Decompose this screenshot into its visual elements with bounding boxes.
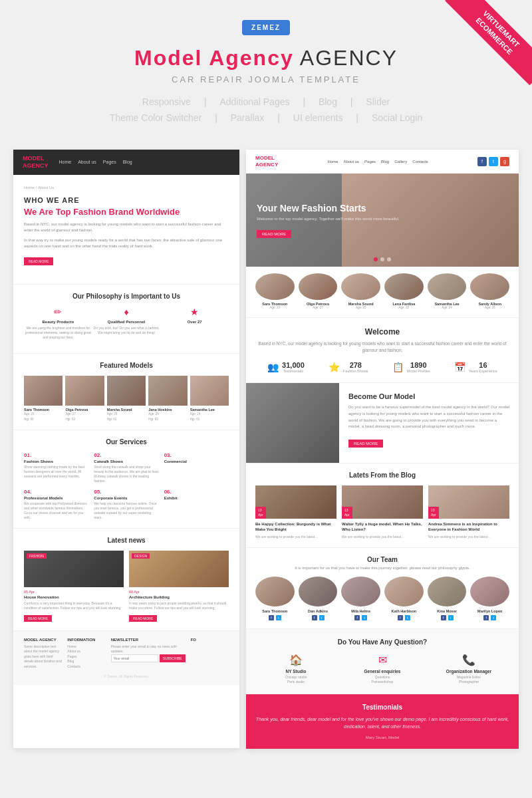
q-text-enquiries: QuestionsParisworkshop [342, 675, 423, 684]
model-info-1: Age: 23Hgt: 60 [24, 412, 63, 421]
right-nav-pages: Pages [364, 160, 376, 164]
news-headline-1: House Renovation [24, 595, 124, 599]
team-fb-5[interactable]: f [441, 615, 446, 620]
hero-dot-1[interactable] [374, 257, 378, 261]
team-fb-4[interactable]: f [398, 615, 403, 620]
blog-date-2: 13 Apr [342, 507, 352, 519]
become-read-more-button[interactable]: READ MORE [348, 440, 383, 448]
model-info-3: Age: 25Hgt: 61 [107, 412, 146, 421]
stats-row: 👥 31,000 Testimonials ⭐ 278 Fashion Show… [255, 361, 509, 373]
right-hero: Your New Fashion Starts Welcome to the t… [246, 174, 519, 267]
team-fb-6[interactable]: f [483, 615, 489, 620]
team-fb-1[interactable]: f [269, 615, 274, 620]
left-models-section: Featured Models Sara Thomson Age: 23Hgt:… [13, 353, 239, 429]
news-read-more-1[interactable]: READ MORE [24, 615, 52, 622]
team-name-4: Kath Harbison [384, 609, 424, 613]
team-tw-1[interactable]: t [276, 615, 281, 620]
right-nav-logo: MODEL AGENCY [255, 155, 278, 168]
footer-title-2: INFORMATION [67, 638, 105, 642]
phil-item-qualified: ♦ Qualified Personnel Do you look, but! … [92, 307, 161, 340]
hero-content: Your New Fashion Starts Welcome to the t… [257, 202, 400, 238]
blog-text-1: We are working to provide you the latest… [255, 535, 336, 539]
left-philosophy-section: Our Philosophy is Important to Us ✏ Beau… [13, 284, 239, 353]
manager-icon: 📞 [428, 654, 509, 666]
model-info-5: Age: 24Hgt: 61 [190, 412, 229, 421]
hero-dot-3[interactable] [387, 257, 391, 261]
news-grid: FASHION 05 Apr House Renovation Comfort … [24, 551, 229, 622]
news-badge-2: DESIGN [132, 553, 150, 559]
team-card-2: Dan Adkins f t [299, 577, 338, 620]
left-models-grid: Sara Thomson Age: 23Hgt: 60 Olga Petrova… [24, 376, 229, 421]
model-thumb-2 [65, 376, 104, 406]
model-card-5: Samantha Lee Age: 24Hgt: 61 [190, 376, 229, 421]
blog-date-1: 13 Apr [255, 507, 266, 519]
zemez-logo: ZEMEZ [242, 20, 290, 35]
stat-years: 📅 16 Years Experience [454, 361, 497, 373]
service-item-3: 03. Commercial [164, 452, 229, 483]
footer-col-4: FO [191, 638, 229, 670]
team-tw-4[interactable]: t [405, 615, 410, 620]
twitter-nav-icon[interactable]: t [489, 157, 498, 166]
team-title: Our Team [255, 556, 509, 563]
stat-num-fashion: 278 [343, 361, 368, 369]
strip-model-4: Lena Fardiva Age: 22 [384, 273, 424, 311]
service-desc-5: We help you become famous online. Once y… [94, 501, 158, 520]
left-nav-links: Home About us Pages Blog [59, 160, 132, 164]
team-tw-6[interactable]: t [491, 615, 496, 620]
newsletter-input[interactable] [111, 654, 158, 662]
news-text-2: It may seem tricky to pick proper weddin… [129, 601, 229, 610]
team-social-6: f t [470, 615, 509, 620]
strip-model-5: Samantha Lee Age: 24 [428, 273, 467, 311]
strip-info-4: Age: 22 [384, 306, 424, 311]
phil-text-qualified: Do you look, but! Do you see what is beh… [92, 326, 161, 335]
team-card-3: Mila Helms f t [341, 577, 380, 620]
news-headline-2: Architecture Building [129, 595, 229, 599]
news-read-more-2[interactable]: READ MORE [129, 615, 157, 622]
right-question-section: Do You Have Any Question? 🏠 NY Studio Ch… [246, 629, 519, 694]
service-num-3: 03. [164, 452, 229, 458]
hero-read-more-button[interactable]: READ MORE [257, 230, 291, 238]
footer-text-1: Some description text about the model ag… [24, 644, 62, 670]
strip-thumb-3 [341, 273, 380, 300]
years-icon: 📅 [454, 362, 466, 372]
team-name-1: Sara Thomson [255, 609, 295, 613]
news-date-2: 08 Apr [129, 590, 229, 594]
model-info-4: Age: 29Hgt: 63 [148, 412, 187, 421]
strip-thumb-6 [470, 273, 509, 300]
left-read-more-btn[interactable]: READ MORE [24, 257, 53, 265]
left-models-title: Featured Models [24, 362, 229, 369]
team-social-1: f t [255, 615, 295, 620]
service-desc-1: Show stunning clothing made by the best … [24, 465, 88, 479]
q-name-enquiries: General enquiries [342, 669, 423, 674]
team-name-5: Kina Moser [428, 609, 467, 613]
footer-subscribe: SUBSCRIBE [111, 654, 186, 662]
hero-dot-2[interactable] [380, 257, 384, 261]
googleplus-nav-icon[interactable]: g [500, 157, 509, 166]
phil-text-beauty: We are using the brightest and trendiest… [24, 326, 92, 340]
team-fb-2[interactable]: f [312, 615, 317, 620]
left-section-label: WHO WE ARE [24, 196, 229, 204]
team-thumb-5 [428, 577, 467, 606]
team-tw-5[interactable]: t [448, 615, 454, 620]
stat-num-testimonials: 31,000 [282, 361, 305, 369]
team-tw-2[interactable]: t [319, 615, 325, 620]
subscribe-button[interactable]: SUBSCRIBE [160, 654, 186, 662]
footer-text-2: HomeAbout usPagesBlogContacts [67, 644, 105, 670]
footer-title-4: FO [191, 638, 229, 642]
facebook-nav-icon[interactable]: f [477, 157, 487, 166]
fashion-shows-icon: ⭐ [329, 362, 340, 372]
news-badge-1: FASHION [27, 553, 47, 559]
news-thumb-2: DESIGN [129, 551, 229, 587]
strip-model-2: Olga Petrova Age: 27 [299, 273, 338, 311]
team-tw-3[interactable]: t [362, 615, 367, 620]
strip-info-3: Age: 25 [341, 306, 380, 311]
become-content: Become Our Model Do you want to be a fam… [339, 383, 519, 463]
team-fb-3[interactable]: f [354, 615, 360, 620]
team-social-3: f t [341, 615, 380, 620]
become-image [246, 383, 339, 463]
testimonials-author: Mary Stuart, Model [255, 735, 509, 739]
left-news-title: Latest news [24, 537, 229, 544]
over-icon: ★ [160, 307, 229, 317]
strip-thumb-5 [428, 273, 467, 300]
q-text-studio: Chicago studioParis studio [255, 675, 336, 684]
